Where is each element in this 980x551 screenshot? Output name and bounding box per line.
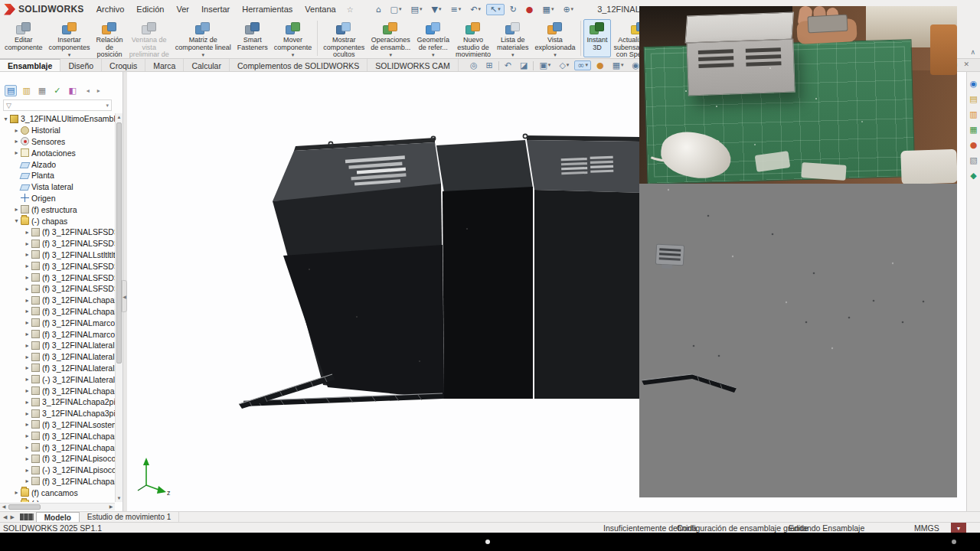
- property-manager-tab[interactable]: ▥: [20, 85, 32, 96]
- dropdown-arrow-icon[interactable]: ▾: [554, 52, 557, 58]
- scrollbar-thumb[interactable]: [8, 504, 41, 510]
- tree-row[interactable]: ▸(f) 3_12FINALpisocortina<1>: [0, 453, 115, 465]
- hide-show-items-icon[interactable]: ∞▾: [574, 60, 591, 70]
- tree-row[interactable]: ▸(-) pernos: [0, 498, 115, 502]
- tree-row[interactable]: ▸(f) 3_12FINALSFSDSDcanlet<: [0, 260, 115, 272]
- ribbon-linear-component-pattern[interactable]: Matriz de componente lineal▾: [172, 19, 234, 57]
- print-icon[interactable]: ≡▾: [446, 4, 465, 15]
- tree-row[interactable]: Origen: [0, 193, 115, 204]
- tab-calcular[interactable]: Calcular: [184, 59, 230, 71]
- view-palette-icon[interactable]: ▦: [969, 126, 977, 134]
- tab-complementos-solidworks[interactable]: Complementos de SOLIDWORKS: [230, 59, 368, 71]
- section-view-icon[interactable]: ◪: [517, 60, 531, 70]
- dropdown-arrow-icon[interactable]: ▾: [478, 6, 481, 12]
- dropdown-arrow-icon[interactable]: ▾: [567, 63, 570, 68]
- expander-icon[interactable]: ▸: [24, 478, 31, 484]
- alert-icon[interactable]: ●: [522, 4, 537, 15]
- tree-row[interactable]: ▸(f) 3_12FINALmarcopuerta<1: [0, 317, 115, 328]
- home-icon[interactable]: ⌂: [372, 4, 385, 15]
- ribbon-edit-component[interactable]: Editar componente: [2, 19, 46, 57]
- ribbon-show-hidden-components[interactable]: Mostrar componentes ocultos: [320, 19, 368, 57]
- display-manager-tab[interactable]: ◧: [66, 85, 78, 96]
- tab-estudio-de-movimiento-1[interactable]: Estudio de movimiento 1: [80, 512, 180, 522]
- expander-icon[interactable]: ▸: [24, 455, 31, 462]
- zoom-fit-icon[interactable]: ◎: [467, 60, 481, 70]
- display-style-icon[interactable]: ◇▾: [556, 60, 572, 70]
- expander-icon[interactable]: ▸: [24, 467, 31, 474]
- menu-insertar[interactable]: Insertar: [195, 2, 236, 16]
- expander-icon[interactable]: ▸: [13, 206, 20, 213]
- menu-ver[interactable]: Ver: [170, 2, 195, 16]
- tree-row[interactable]: ▸3_12FINALchapa2piso<1> ->: [0, 396, 115, 408]
- expander-icon[interactable]: ▸: [13, 127, 20, 134]
- save-icon[interactable]: ▼▾: [427, 4, 445, 15]
- tree-filter-input[interactable]: ▽ ▾: [3, 99, 112, 111]
- tabs-scroll-right-icon[interactable]: ▶: [10, 514, 14, 520]
- fm-tabs-scroll-right-icon[interactable]: ▸: [97, 87, 100, 94]
- ribbon-exploded-view[interactable]: Vista explosionada▾: [531, 19, 578, 57]
- options-gear-icon[interactable]: ⊕▾: [559, 4, 577, 15]
- ribbon-smart-fasteners[interactable]: Smart Fasteners: [234, 19, 271, 57]
- tree-row[interactable]: ▸(f) 3_12FINALchapa1piso<1: [0, 385, 115, 396]
- tree-row[interactable]: ▸(f) 3_12FINALchapa2arriba<1: [0, 295, 115, 306]
- tree-row[interactable]: Alzado: [0, 158, 115, 170]
- dropdown-arrow-icon[interactable]: ▾: [511, 52, 514, 58]
- dropdown-arrow-icon[interactable]: ▾: [292, 52, 295, 58]
- dropdown-arrow-icon[interactable]: ▾: [586, 63, 589, 68]
- file-properties-icon[interactable]: ▦▾: [538, 4, 557, 15]
- scroll-down-icon[interactable]: ▼: [116, 494, 122, 502]
- tab-modelo[interactable]: Modelo: [36, 512, 80, 522]
- tree-row[interactable]: ▸(f) 3_12FINALSFSDSDpruebac: [0, 227, 115, 238]
- expander-icon[interactable]: ▸: [24, 432, 31, 439]
- tree-row[interactable]: ▸Sensores: [0, 136, 115, 148]
- expander-icon[interactable]: ▸: [24, 410, 31, 417]
- ribbon-instant3d[interactable]: Instant 3D: [583, 19, 610, 57]
- expander-icon[interactable]: ▸: [24, 297, 31, 304]
- units-label[interactable]: MMGS: [914, 523, 939, 533]
- ribbon-mate-preview-window[interactable]: Ventana de vista preliminar de: [126, 19, 172, 57]
- tree-row[interactable]: ▸(-) 3_12FINALlateral2<3> (Pr: [0, 373, 115, 385]
- ribbon-bill-of-materials[interactable]: Lista de materiales▾: [494, 19, 532, 57]
- motion-manager-icon[interactable]: [20, 514, 34, 520]
- ribbon-move-component[interactable]: Mover componente▾: [271, 19, 315, 57]
- tree-row[interactable]: Planta: [0, 170, 115, 181]
- expander-icon[interactable]: ▸: [24, 376, 31, 383]
- tree-row[interactable]: ▸(f) 3_12FINALlateral2<2> (Pr: [0, 363, 115, 374]
- menu-archivo[interactable]: Archivo: [90, 2, 131, 16]
- units-dropdown-icon[interactable]: ▾: [951, 523, 966, 533]
- tree-row[interactable]: ▸Historial: [0, 125, 115, 136]
- resources-icon[interactable]: ◉: [970, 80, 978, 88]
- scroll-up-icon[interactable]: ▲: [116, 113, 122, 121]
- select-cursor-icon[interactable]: ↖▾: [486, 4, 505, 15]
- zoom-area-icon[interactable]: ⊞: [483, 60, 496, 70]
- expander-icon[interactable]: ▸: [24, 421, 31, 428]
- tree-row[interactable]: ▸(f) 3_12FINALSFSDSDchap4<: [0, 238, 115, 249]
- expander-icon[interactable]: ▸: [24, 342, 31, 349]
- undo-icon[interactable]: ↶▾: [466, 4, 485, 15]
- collapse-ribbon-icon[interactable]: ∧: [970, 48, 975, 56]
- tree-row[interactable]: ▸(-) 3_12FINALpisocortina<2>: [0, 465, 115, 476]
- expander-icon[interactable]: ▸: [13, 138, 20, 145]
- tab-ensamblaje[interactable]: Ensamblaje: [0, 59, 60, 71]
- appearances-icon[interactable]: ●: [970, 141, 978, 149]
- previous-view-icon[interactable]: ↶: [501, 60, 514, 70]
- expander-icon[interactable]: ▸: [24, 285, 31, 292]
- dropdown-arrow-icon[interactable]: ▾: [439, 6, 442, 12]
- apply-scene-icon[interactable]: ▦▾: [609, 60, 627, 70]
- expander-icon[interactable]: ▸: [24, 387, 31, 394]
- tree-row[interactable]: ▸(f) cancamos: [0, 487, 115, 498]
- tabs-scroll-left-icon[interactable]: ◀: [3, 514, 7, 520]
- edit-appearance-icon[interactable]: ●: [593, 60, 607, 70]
- dropdown-arrow-icon[interactable]: ▾: [432, 52, 435, 58]
- featuremanager-tree-tab[interactable]: ▤: [5, 85, 17, 96]
- rebuild-icon[interactable]: ↻: [506, 4, 521, 15]
- menu-herramientas[interactable]: Herramientas: [236, 2, 299, 16]
- design-library-icon[interactable]: ▤: [969, 95, 977, 103]
- ribbon-reference-geometry[interactable]: Geometría de refer...▾: [413, 19, 452, 57]
- expander-icon[interactable]: ▸: [13, 489, 20, 496]
- tab-marca[interactable]: Marca: [145, 59, 184, 71]
- configuration-manager-tab[interactable]: ▦: [36, 85, 48, 96]
- ribbon-insert-components[interactable]: Insertar componentes▾: [46, 19, 93, 57]
- dropdown-arrow-icon[interactable]: ▾: [571, 6, 574, 12]
- tree-row[interactable]: ▸(f) 3_12FINALchapa3arribanu: [0, 476, 115, 487]
